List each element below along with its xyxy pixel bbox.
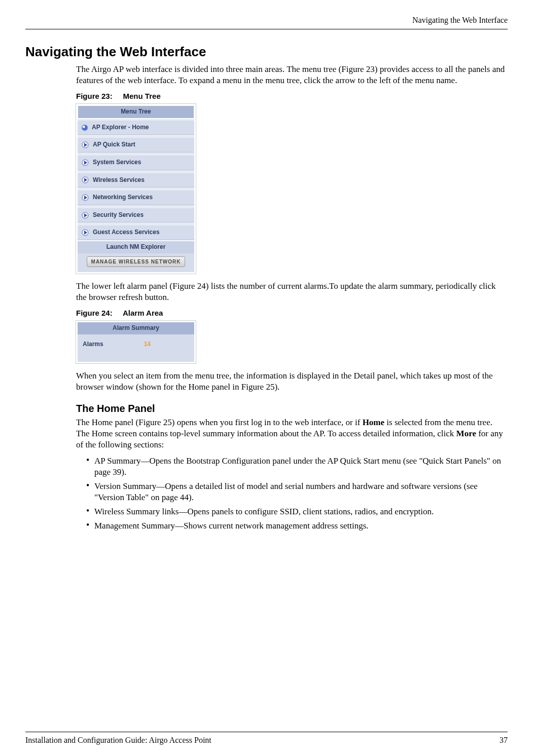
- expand-arrow-icon: [82, 194, 89, 201]
- alarm-count-link[interactable]: 14: [144, 341, 151, 349]
- launch-nm-explorer-header: Launch NM Explorer: [78, 240, 194, 253]
- text: The Home panel (Figure 25) opens when yo…: [76, 418, 363, 427]
- manage-wireless-network-button[interactable]: MANAGE WIRELESS NETWORK: [87, 256, 186, 267]
- menu-item-label: Networking Services: [93, 194, 153, 202]
- menu-item-label: AP Quick Start: [93, 141, 135, 149]
- page-footer: Installation and Configuration Guide: Ai…: [25, 732, 508, 746]
- expand-arrow-icon: [82, 212, 89, 219]
- bold-home: Home: [363, 418, 384, 427]
- menu-item-ap-explorer-home[interactable]: AP Explorer - Home: [78, 119, 194, 135]
- figure-24-caption: Figure 24: Alarm Area: [76, 308, 508, 318]
- figure-24-title: Alarm Area: [123, 309, 163, 317]
- bold-more: More: [456, 429, 476, 438]
- mid-paragraph: The lower left alarm panel (Figure 24) l…: [76, 281, 508, 303]
- menu-item-label: Security Services: [93, 211, 144, 219]
- footer-left: Installation and Configuration Guide: Ai…: [25, 735, 211, 746]
- menu-item-wireless-services[interactable]: Wireless Services: [78, 170, 194, 188]
- menu-item-system-services[interactable]: System Services: [78, 153, 194, 170]
- alarm-row: Alarms 14: [78, 334, 194, 362]
- running-header: Navigating the Web Interface: [25, 15, 508, 29]
- menu-item-security-services[interactable]: Security Services: [78, 205, 194, 223]
- menu-button-row: MANAGE WIRELESS NETWORK: [78, 253, 194, 272]
- alarm-label: Alarms: [83, 341, 103, 349]
- radio-icon: [82, 125, 88, 131]
- expand-arrow-icon: [82, 176, 89, 183]
- figure-24-label: Figure 24:: [76, 309, 113, 317]
- section-title: Navigating the Web Interface: [25, 44, 508, 61]
- menu-item-label: System Services: [93, 159, 141, 167]
- home-panel-title: The Home Panel: [76, 402, 508, 415]
- menu-item-ap-quick-start[interactable]: AP Quick Start: [78, 135, 194, 153]
- expand-arrow-icon: [82, 229, 89, 236]
- menu-item-label: Wireless Services: [93, 176, 145, 184]
- after-alarm-paragraph: When you select an item from the menu tr…: [76, 370, 508, 393]
- menu-item-label: AP Explorer - Home: [92, 124, 149, 132]
- alarm-summary-header: Alarm Summary: [78, 322, 194, 334]
- home-panel-list: AP Summary—Opens the Bootstrap Configura…: [76, 456, 508, 532]
- menu-item-networking-services[interactable]: Networking Services: [78, 187, 194, 205]
- menu-item-guest-access-services[interactable]: Guest Access Services: [78, 222, 194, 240]
- list-item: Management Summary—Shows current network…: [86, 520, 508, 532]
- list-item: Version Summary—Opens a detailed list of…: [86, 481, 508, 503]
- expand-arrow-icon: [82, 141, 89, 148]
- menu-tree-figure: Menu Tree AP Explorer - Home AP Quick St…: [76, 104, 196, 273]
- menu-tree-header: Menu Tree: [78, 105, 194, 119]
- figure-23-caption: Figure 23: Menu Tree: [76, 91, 508, 101]
- expand-arrow-icon: [82, 159, 89, 166]
- figure-23-title: Menu Tree: [123, 92, 161, 100]
- list-item: Wireless Summary links—Opens panels to c…: [86, 506, 508, 517]
- menu-item-label: Guest Access Services: [93, 229, 160, 237]
- home-panel-intro: The Home panel (Figure 25) opens when yo…: [76, 417, 508, 450]
- alarm-summary-figure: Alarm Summary Alarms 14: [76, 321, 196, 363]
- figure-23-label: Figure 23:: [76, 92, 113, 100]
- intro-paragraph: The Airgo AP web interface is divided in…: [76, 64, 508, 86]
- list-item: AP Summary—Opens the Bootstrap Configura…: [86, 456, 508, 478]
- footer-page-number: 37: [500, 735, 508, 746]
